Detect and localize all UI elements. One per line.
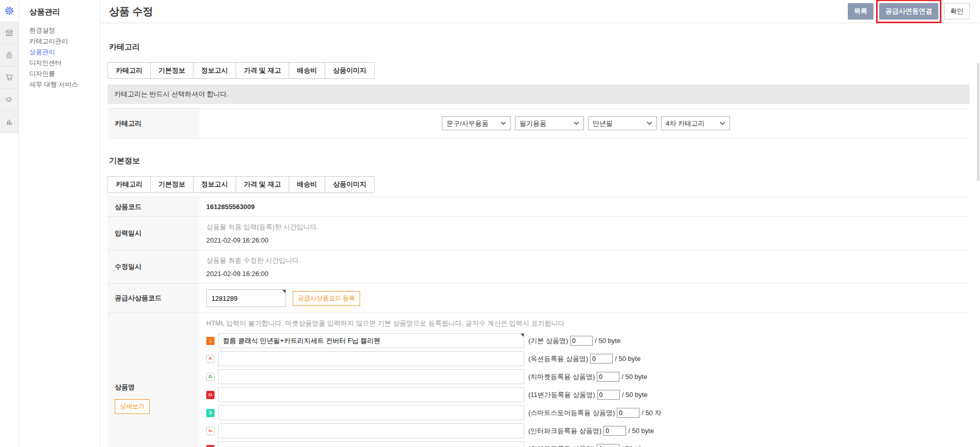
page-title: 상품 수정 bbox=[109, 5, 153, 19]
sidebar-item[interactable]: 디자인센터 bbox=[29, 58, 100, 68]
category-select-value: 만년필 bbox=[593, 119, 613, 128]
char-count-input[interactable] bbox=[590, 354, 613, 364]
tab[interactable]: 상품이미지 bbox=[325, 62, 375, 79]
product-name-note: HTML 입력이 불가합니다. 마켓상품명을 입력하지 않으면 기본 상품명으로… bbox=[206, 319, 970, 328]
product-code-value: 1612855563009 bbox=[206, 203, 970, 211]
name-field-label: (옥션등록용 상품명) bbox=[528, 354, 588, 364]
marketplace-name-input[interactable] bbox=[218, 351, 524, 366]
marketplace-name-input[interactable] bbox=[218, 405, 524, 420]
sidebar-item[interactable]: 환경설정 bbox=[29, 25, 100, 36]
form-row-modified-at: 수정일시 상품을 최종 수정한 시간입니다. 2021-02-09 16:26:… bbox=[108, 250, 970, 284]
marketplace-name-row: S (스마트스토어등록용 상품명) / 50 자 bbox=[206, 405, 970, 420]
created-at-label: 입력일시 bbox=[108, 217, 199, 250]
rail-item-promotion[interactable] bbox=[0, 89, 19, 111]
form-row-created-at: 입력일시 상품을 처음 입력(등록)한 시간입니다. 2021-02-09 16… bbox=[108, 217, 970, 250]
category-dropdowns: 문구/사무용품 필기용품 만년필 bbox=[199, 109, 970, 138]
name-field-limit: / 50 byte bbox=[621, 373, 647, 381]
marketplace-name-input[interactable] bbox=[218, 333, 524, 348]
marketplace-name-row: ⌂ (기본 상품명) / 50 byte bbox=[206, 333, 970, 348]
supplier-link-button[interactable]: 공급사연동연결 bbox=[879, 3, 938, 20]
form-row-product-code: 상품코드 1612855563009 bbox=[108, 197, 970, 217]
category-section-title: 카테고리 bbox=[109, 42, 970, 52]
tab[interactable]: 배송비 bbox=[289, 62, 325, 79]
modified-at-label: 수정일시 bbox=[108, 250, 199, 283]
rail-item-orders[interactable] bbox=[0, 44, 19, 66]
detail-view-button[interactable]: 상세보기 bbox=[115, 399, 150, 414]
tab[interactable]: 배송비 bbox=[289, 176, 325, 193]
page-header: 상품 수정 목록 공급사연동연결 확인 bbox=[100, 0, 980, 23]
sidebar-item[interactable]: 카테고리관리 bbox=[29, 36, 100, 47]
sidebar-item[interactable]: 상품관리 bbox=[29, 47, 100, 58]
name-field-limit: / 70 자 bbox=[621, 444, 641, 447]
interpark-icon: In bbox=[206, 427, 215, 435]
category-select[interactable]: 4차 카테고리 bbox=[661, 116, 730, 130]
chevron-down-icon bbox=[720, 122, 725, 125]
tab[interactable]: 가격 및 재고 bbox=[236, 62, 289, 79]
char-count-input[interactable] bbox=[597, 444, 619, 447]
name-field-limit: / 50 byte bbox=[628, 427, 654, 435]
gmarket-icon: G bbox=[206, 373, 215, 381]
marketplace-name-list: ⌂ (기본 상품명) / 50 byte A bbox=[206, 333, 970, 447]
main-panel: 상품 수정 목록 공급사연동연결 확인 카테고리 카테고리기본정보정보고시가격 … bbox=[100, 0, 980, 447]
char-count-input[interactable] bbox=[603, 426, 626, 436]
confirm-button[interactable]: 확인 bbox=[944, 3, 970, 20]
category-select-value: 문구/사무용품 bbox=[447, 119, 489, 128]
char-count-input[interactable] bbox=[597, 390, 620, 400]
created-at-note: 상품을 처음 입력(등록)한 시간입니다. bbox=[206, 222, 970, 232]
rail-item-settings[interactable] bbox=[0, 0, 19, 22]
form-row-category: 카테고리 문구/사무용품 필기용품 bbox=[108, 109, 970, 139]
tab[interactable]: 카테고리 bbox=[108, 62, 151, 79]
name-field-label: (스마트스토어등록용 상품명) bbox=[528, 408, 615, 418]
sidebar-item[interactable]: 세무 대행 서비스 bbox=[29, 79, 100, 90]
basic-tab-strip: 카테고리기본정보정보고시가격 및 재고배송비상품이미지 bbox=[108, 176, 970, 193]
name-field-label: (11번가등록용 상품명) bbox=[528, 390, 595, 400]
tab[interactable]: 가격 및 재고 bbox=[236, 176, 289, 193]
rail-item-cart[interactable] bbox=[0, 66, 19, 89]
marketplace-name-row: G (지마켓등록용 상품명) / 50 byte bbox=[206, 369, 970, 384]
tab[interactable]: 기본정보 bbox=[150, 62, 193, 79]
supplier-code-input[interactable] bbox=[206, 289, 286, 307]
name-field-label: (위메프등록용 상품명) bbox=[528, 444, 595, 447]
tab[interactable]: 기본정보 bbox=[150, 176, 193, 193]
rail-item-store[interactable] bbox=[0, 22, 19, 44]
name-field-label: (인터파크등록용 상품명) bbox=[528, 426, 601, 436]
name-field-label: (기본 상품명) bbox=[528, 336, 568, 346]
marketplace-name-row: 11 (11번가등록용 상품명) / 50 byte bbox=[206, 387, 970, 402]
form-row-product-name: 상품명 상세보기 HTML 입력이 불가합니다. 마켓상품명을 입력하지 않으면… bbox=[108, 313, 970, 447]
marketplace-name-row: In (인터파크등록용 상품명) / 50 byte bbox=[206, 423, 970, 438]
vertical-scrollbar-thumb[interactable] bbox=[977, 63, 979, 181]
char-count-input[interactable] bbox=[617, 408, 639, 418]
product-name-label: 상품명 bbox=[115, 383, 135, 392]
category-select-value: 필기용품 bbox=[520, 119, 546, 128]
sidebar-item[interactable]: 디자인룰 bbox=[29, 68, 100, 79]
annotation-highlight-box: 공급사연동연결 bbox=[876, 0, 941, 23]
list-button[interactable]: 목록 bbox=[848, 3, 874, 20]
default-store-icon: ⌂ bbox=[206, 337, 215, 345]
category-select[interactable]: 만년필 bbox=[588, 116, 657, 130]
page-content: 카테고리 카테고리기본정보정보고시가격 및 재고배송비상품이미지 카테고리는 반… bbox=[100, 42, 980, 447]
category-form: 카테고리 문구/사무용품 필기용품 bbox=[108, 108, 970, 139]
tab[interactable]: 정보고시 bbox=[193, 176, 236, 193]
tab[interactable]: 상품이미지 bbox=[325, 176, 375, 193]
name-field-label: (지마켓등록용 상품명) bbox=[528, 372, 595, 382]
tab[interactable]: 카테고리 bbox=[108, 176, 151, 193]
marketplace-name-input[interactable] bbox=[218, 441, 524, 447]
chevron-down-icon bbox=[574, 122, 579, 125]
sidebar: 상품관리 환경설정카테고리관리상품관리디자인센터디자인룰세무 대행 서비스 bbox=[19, 0, 100, 447]
marketplace-name-input[interactable] bbox=[218, 369, 524, 384]
rail-filler bbox=[0, 133, 19, 447]
marketplace-name-input[interactable] bbox=[218, 387, 524, 402]
category-notice: 카테고리는 반드시 선택하셔야 합니다. bbox=[108, 84, 970, 104]
tab[interactable]: 정보고시 bbox=[193, 62, 236, 79]
marketplace-name-input[interactable] bbox=[218, 423, 524, 438]
gear-icon bbox=[4, 6, 14, 16]
rail-item-statistics[interactable] bbox=[0, 111, 19, 133]
char-count-input[interactable] bbox=[570, 336, 593, 346]
category-select[interactable]: 문구/사무용품 bbox=[442, 116, 511, 130]
supplier-code-register-button[interactable]: 공급사상품코드 등록 bbox=[293, 291, 360, 306]
category-select[interactable]: 필기용품 bbox=[515, 116, 584, 130]
cart-icon bbox=[5, 73, 14, 82]
category-row-label: 카테고리 bbox=[108, 109, 199, 138]
auction-icon: A bbox=[206, 355, 215, 363]
char-count-input[interactable] bbox=[597, 372, 619, 382]
